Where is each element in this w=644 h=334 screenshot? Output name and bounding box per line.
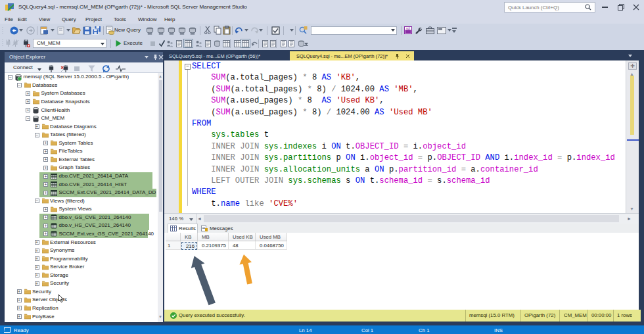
svg-text:sql: sql [406,27,410,30]
